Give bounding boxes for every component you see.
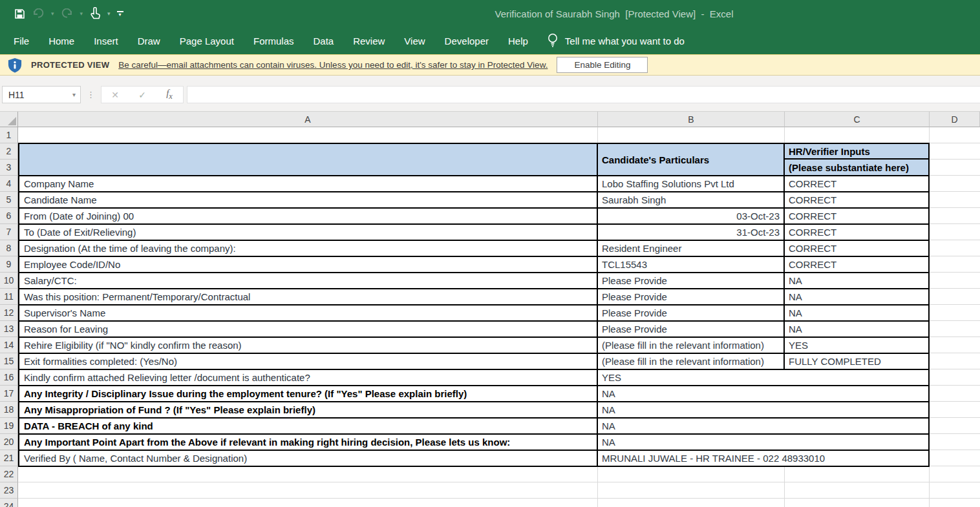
cell-c2[interactable]: HR/Verifier Inputs <box>785 144 928 160</box>
cell-a19[interactable]: DATA - BREACH of any kind <box>19 419 598 433</box>
cell-d12[interactable] <box>930 305 980 321</box>
cell-c15[interactable]: FULLY COMPLETED <box>785 354 928 369</box>
cell-a16[interactable]: Kindly confirm attached Relieving letter… <box>19 370 598 385</box>
cell-a12[interactable]: Supervisor's Name <box>19 305 598 320</box>
cell-a5[interactable]: Candidate Name <box>19 192 598 207</box>
cell-b8[interactable]: Resident Engineer <box>598 241 785 256</box>
cell-c10[interactable]: NA <box>785 273 928 288</box>
cell-c5[interactable]: CORRECT <box>785 192 928 207</box>
cell-c1[interactable] <box>785 127 930 143</box>
row-header-9[interactable]: 9 <box>0 256 18 273</box>
cell-d2[interactable] <box>930 143 980 160</box>
cell-b2-b3[interactable]: Candidate's Particulars <box>598 144 785 175</box>
cell-b13[interactable]: Please Provide <box>598 322 785 336</box>
insert-function-icon[interactable]: fx <box>156 88 183 101</box>
cell-a11[interactable]: Was this position: Permanent/Temporary/C… <box>19 289 598 304</box>
cell-a15[interactable]: Exit formalities completed: (Yes/No) <box>19 354 598 369</box>
ribbon-tab-data[interactable]: Data <box>303 27 343 54</box>
cell-c8[interactable]: CORRECT <box>785 241 928 256</box>
row-header-23[interactable]: 23 <box>0 482 18 499</box>
cell-d20[interactable] <box>930 434 980 450</box>
cell-c22[interactable] <box>785 466 930 482</box>
cell-d21[interactable] <box>930 450 980 466</box>
cell-b14[interactable]: (Please fill in the relevant information… <box>598 338 785 353</box>
cell-a20[interactable]: Any Important Point Apart from the Above… <box>19 435 598 450</box>
undo-dropdown-icon[interactable]: ▾ <box>51 11 54 17</box>
ribbon-tab-developer[interactable]: Developer <box>435 27 498 54</box>
cell-a22[interactable] <box>18 466 598 482</box>
cell-c7[interactable]: CORRECT <box>785 225 928 240</box>
cell-b19-c19[interactable]: NA <box>598 419 928 433</box>
cell-c13[interactable]: NA <box>785 322 928 336</box>
cell-a21[interactable]: Verified By ( Name, Contact Number & Des… <box>19 451 598 466</box>
cell-d7[interactable] <box>930 224 980 240</box>
row-header-21[interactable]: 21 <box>0 450 18 466</box>
cell-d17[interactable] <box>930 386 980 402</box>
tell-me-box[interactable]: Tell me what you want to do <box>547 32 685 50</box>
cell-a10[interactable]: Salary/CTC: <box>19 273 598 288</box>
ribbon-tab-page-layout[interactable]: Page Layout <box>170 27 244 54</box>
row-header-3[interactable]: 3 <box>0 160 18 176</box>
undo-icon[interactable] <box>32 6 45 21</box>
cell-a1[interactable] <box>18 127 598 143</box>
cell-a24[interactable] <box>18 499 598 507</box>
name-box[interactable]: H11 ▾ <box>2 86 81 103</box>
formula-bar-handle[interactable]: ⋮ <box>81 90 101 99</box>
cell-a6[interactable]: From (Date of Joining) 00 <box>19 209 598 223</box>
cell-b15[interactable]: (Please fill in the relevant information… <box>598 354 785 369</box>
cell-d18[interactable] <box>930 402 980 418</box>
column-header-c[interactable]: C <box>785 112 930 127</box>
cell-a8[interactable]: Designation (At the time of leaving the … <box>19 241 598 256</box>
cell-c4[interactable]: CORRECT <box>785 176 928 191</box>
cell-a23[interactable] <box>18 482 598 499</box>
cell-d22[interactable] <box>930 466 980 482</box>
ribbon-tab-draw[interactable]: Draw <box>128 27 170 54</box>
row-header-1[interactable]: 1 <box>0 127 18 143</box>
ribbon-tab-review[interactable]: Review <box>343 27 394 54</box>
column-header-b[interactable]: B <box>598 112 785 127</box>
cell-b9[interactable]: TCL15543 <box>598 257 785 272</box>
ribbon-tab-formulas[interactable]: Formulas <box>244 27 304 54</box>
cell-b5[interactable]: Saurabh Singh <box>598 192 785 207</box>
cell-d1[interactable] <box>930 127 980 143</box>
cell-b22[interactable] <box>598 466 785 482</box>
cell-b11[interactable]: Please Provide <box>598 289 785 304</box>
cell-c14[interactable]: YES <box>785 338 928 353</box>
cell-d9[interactable] <box>930 256 980 273</box>
formula-input[interactable] <box>187 86 980 103</box>
cell-c24[interactable] <box>785 499 930 507</box>
cell-c6[interactable]: CORRECT <box>785 209 928 223</box>
cell-a17[interactable]: Any Integrity / Disciplinary Issue durin… <box>19 386 598 401</box>
cell-c3[interactable]: (Please substantiate here) <box>785 160 928 175</box>
cell-b6[interactable]: 03-Oct-23 <box>598 209 785 223</box>
cell-c11[interactable]: NA <box>785 289 928 304</box>
select-all-button[interactable] <box>0 112 18 127</box>
row-header-10[interactable]: 10 <box>0 273 18 289</box>
row-header-6[interactable]: 6 <box>0 208 18 224</box>
row-header-18[interactable]: 18 <box>0 402 18 418</box>
cell-b7[interactable]: 31-Oct-23 <box>598 225 785 240</box>
name-box-dropdown-icon[interactable]: ▾ <box>72 91 80 98</box>
protected-view-message-link[interactable]: Be careful—email attachments can contain… <box>118 60 548 70</box>
cell-d5[interactable] <box>930 192 980 208</box>
touch-mouse-mode-icon[interactable] <box>89 6 101 21</box>
row-header-16[interactable]: 16 <box>0 369 18 386</box>
cell-d15[interactable] <box>930 353 980 369</box>
cell-a4[interactable]: Company Name <box>19 176 598 191</box>
row-header-11[interactable]: 11 <box>0 289 18 305</box>
ribbon-tab-insert[interactable]: Insert <box>84 27 128 54</box>
enter-icon[interactable]: ✓ <box>129 90 156 100</box>
touch-mode-dropdown-icon[interactable]: ▾ <box>107 11 111 17</box>
enable-editing-button[interactable]: Enable Editing <box>557 57 648 73</box>
cell-a14[interactable]: Rehire Eligibility (if "NO" kindly confi… <box>19 338 598 353</box>
row-header-7[interactable]: 7 <box>0 224 18 240</box>
cell-b23[interactable] <box>598 482 785 499</box>
cell-b21-c21[interactable]: MRUNALI JUWALE - HR TRAINEE - 022 489330… <box>598 451 928 466</box>
row-header-13[interactable]: 13 <box>0 321 18 337</box>
cancel-icon[interactable]: ✕ <box>101 90 129 100</box>
cell-d4[interactable] <box>930 176 980 192</box>
cell-d3[interactable] <box>930 160 980 176</box>
row-header-19[interactable]: 19 <box>0 418 18 434</box>
ribbon-tab-view[interactable]: View <box>394 27 434 54</box>
cell-d10[interactable] <box>930 273 980 289</box>
